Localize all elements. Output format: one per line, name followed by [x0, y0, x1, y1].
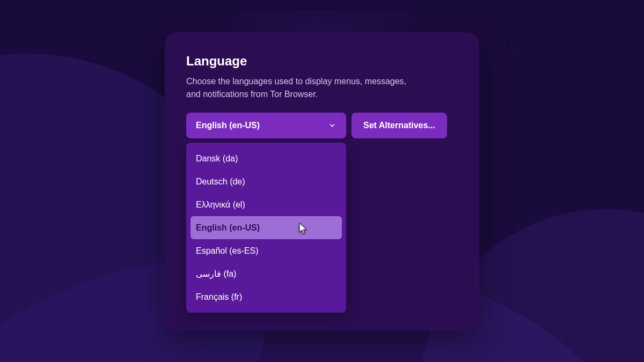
dropdown-item-label: Deutsch (de) — [196, 177, 245, 187]
dropdown-item-greek[interactable]: Ελληνικά (el) — [186, 193, 346, 216]
dropdown-item-label: Dansk (da) — [196, 154, 238, 164]
dropdown-item-label: Español (es-ES) — [196, 246, 259, 256]
controls-row: English (en-US) Set Alternatives... — [186, 113, 458, 138]
set-alternatives-button[interactable]: Set Alternatives... — [352, 113, 447, 138]
panel-description: Choose the languages used to display men… — [186, 75, 422, 101]
dropdown-item-english[interactable]: English (en-US) — [191, 216, 342, 239]
language-dropdown-button[interactable]: English (en-US) — [186, 113, 346, 138]
dropdown-item-farsi[interactable]: فارسی (fa) — [186, 262, 346, 285]
dropdown-item-deutsch[interactable]: Deutsch (de) — [186, 170, 346, 193]
language-dropdown-menu: Dansk (da) Deutsch (de) Ελληνικά (el) En… — [186, 143, 346, 313]
panel-title: Language — [186, 54, 458, 69]
dropdown-selected-label: English (en-US) — [196, 121, 260, 130]
dropdown-item-label: English (en-US) — [196, 223, 260, 233]
dropdown-item-label: Ελληνικά (el) — [196, 200, 245, 210]
dropdown-item-label: فارسی (fa) — [196, 269, 236, 279]
chevron-down-icon — [328, 121, 336, 130]
alternatives-button-label: Set Alternatives... — [363, 121, 435, 130]
dropdown-item-spanish[interactable]: Español (es-ES) — [186, 239, 346, 262]
language-settings-panel: Language Choose the languages used to di… — [165, 32, 479, 331]
dropdown-item-french[interactable]: Français (fr) — [186, 285, 346, 308]
dropdown-item-dansk[interactable]: Dansk (da) — [186, 147, 346, 170]
dropdown-item-label: Français (fr) — [196, 292, 242, 302]
